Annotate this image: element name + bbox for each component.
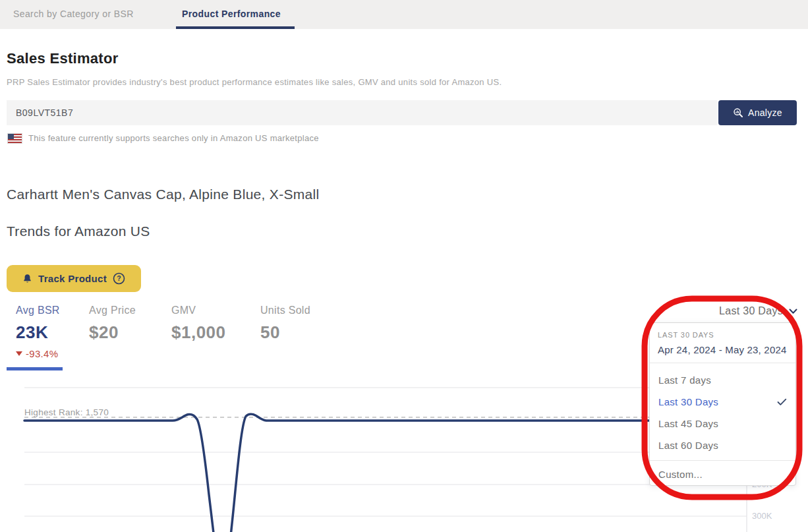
marketplace-notice: This feature currently supports searches… <box>8 133 319 143</box>
option-last-45-days[interactable]: Last 45 Days <box>650 413 795 434</box>
date-range-dropdown-trigger[interactable]: Last 30 Days <box>719 305 797 317</box>
y-tick-300k: 300K <box>752 511 772 521</box>
option-last-7-days[interactable]: Last 7 days <box>650 369 795 391</box>
track-product-button[interactable]: Track Product ? <box>7 265 141 292</box>
selected-metric-underline <box>7 367 63 370</box>
date-range-summary: LAST 30 DAYS Apr 24, 2024 - May 23, 2024 <box>650 323 795 363</box>
metric-avg-bsr[interactable]: Avg BSR 23K -93.4% <box>16 305 60 359</box>
trends-section-title: Trends for Amazon US <box>7 223 150 239</box>
date-range-trigger-label: Last 30 Days <box>719 305 783 317</box>
metric-avg-price[interactable]: Avg Price $20 <box>89 305 136 343</box>
analyze-magnifier-chart-icon <box>733 107 743 118</box>
metric-gmv[interactable]: GMV $1,000 <box>171 305 226 343</box>
track-product-label: Track Product <box>38 273 107 284</box>
highest-rank-label: Highest Rank: 1,570 <box>24 407 109 417</box>
chevron-down-icon <box>789 309 797 314</box>
asin-search-input[interactable] <box>7 100 717 125</box>
page-title: Sales Estimator <box>7 50 119 67</box>
top-tab-bar: Search by Category or BSR Product Perfor… <box>0 0 808 29</box>
us-flag-icon <box>8 134 22 143</box>
metric-gmv-label: GMV <box>171 305 226 316</box>
metric-units-sold[interactable]: Units Sold 50 <box>260 305 310 343</box>
metric-avg-bsr-value: 23K <box>16 322 60 343</box>
metric-avg-bsr-label: Avg BSR <box>16 305 60 316</box>
option-custom-range[interactable]: Custom... <box>650 461 795 488</box>
svg-text:?: ? <box>117 275 121 282</box>
date-range-options: Last 7 days Last 30 Days Last 45 Days La… <box>650 363 795 460</box>
active-tab-underline <box>176 26 295 29</box>
analyze-button-label: Analyze <box>748 107 782 118</box>
bsr-line-series <box>24 414 747 532</box>
date-range-summary-label: LAST 30 DAYS <box>658 331 788 339</box>
date-range-dropdown-panel: LAST 30 DAYS Apr 24, 2024 - May 23, 2024… <box>649 322 796 486</box>
option-last-30-days[interactable]: Last 30 Days <box>650 391 795 413</box>
analyze-button[interactable]: Analyze <box>718 100 797 125</box>
check-icon <box>777 398 787 406</box>
metric-avg-price-label: Avg Price <box>89 305 136 316</box>
tab-search-by-category-or-bsr[interactable]: Search by Category or BSR <box>13 9 134 19</box>
metric-avg-bsr-change: -93.4% <box>16 348 60 359</box>
metric-gmv-value: $1,000 <box>171 322 226 343</box>
option-last-60-days[interactable]: Last 60 Days <box>650 434 795 456</box>
page-description: PRP Sales Estimator provides industry's … <box>7 77 502 87</box>
metric-units-sold-label: Units Sold <box>260 305 310 316</box>
metric-avg-price-value: $20 <box>89 322 136 343</box>
help-icon[interactable]: ? <box>113 272 125 285</box>
product-title: Carhartt Men's Canvas Cap, Alpine Blue, … <box>7 187 319 202</box>
date-range-summary-dates: Apr 24, 2024 - May 23, 2024 <box>658 344 788 355</box>
metric-units-sold-value: 50 <box>260 322 310 343</box>
sales-estimator-page: Search by Category or BSR Product Perfor… <box>0 0 808 532</box>
trend-down-icon <box>16 351 22 359</box>
tab-product-performance[interactable]: Product Performance <box>182 9 281 19</box>
marketplace-notice-text: This feature currently supports searches… <box>28 133 319 143</box>
bell-icon <box>22 274 32 284</box>
